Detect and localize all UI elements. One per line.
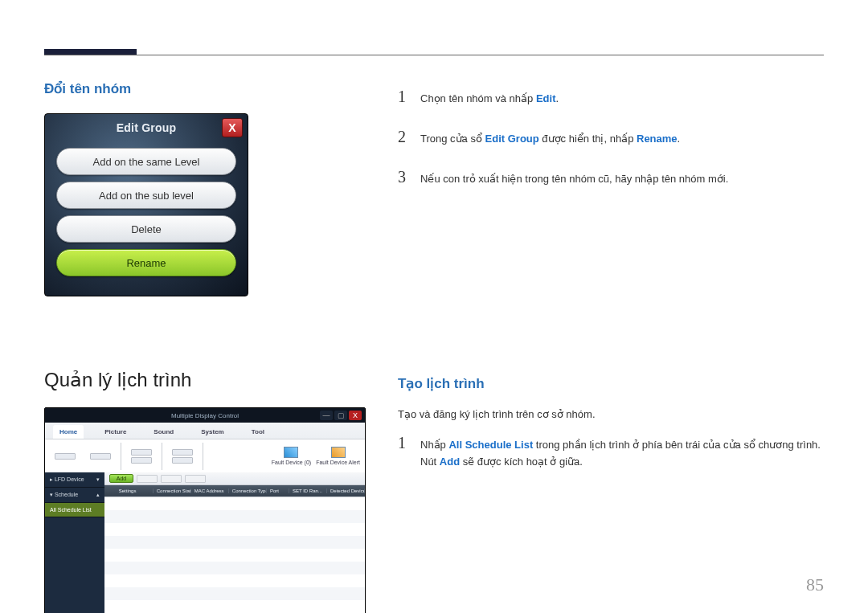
close-icon: X xyxy=(228,121,236,134)
keyword-edit-group: Edit Group xyxy=(485,133,539,145)
step-3: 3 Nếu con trỏ xuất hiện trong tên nhóm c… xyxy=(398,164,824,190)
section-rename-group: Đổi tên nhóm Edit Group X Add on the sam… xyxy=(44,80,824,296)
mdc-sidebar: ▸ LFD Device ▾ ▾ Schedule ▴ All Schedule… xyxy=(45,472,104,613)
step-text: Nhấp All Schedule List trong phần lịch t… xyxy=(420,437,824,471)
dialog-body: Add on the same Level Add on the sub lev… xyxy=(56,148,236,276)
add-same-level-button[interactable]: Add on the same Level xyxy=(56,148,236,175)
slider-icon xyxy=(172,449,193,456)
slider-icon xyxy=(172,457,193,464)
dialog-title: Edit Group xyxy=(117,121,176,134)
separator xyxy=(121,443,121,470)
rename-button[interactable]: Rename xyxy=(56,249,236,276)
step-number: 1 xyxy=(398,84,407,109)
sidebar-item-schedule[interactable]: ▾ Schedule ▴ xyxy=(45,488,104,503)
left-column: Đổi tên nhóm Edit Group X Add on the sam… xyxy=(44,80,366,296)
keyword-add: Add xyxy=(440,456,460,468)
step-number: 3 xyxy=(398,164,407,190)
th-mac-address[interactable]: MAC Address xyxy=(191,488,229,493)
section-schedule-management: Quản lý lịch trình Multiple Display Cont… xyxy=(44,337,824,613)
table-body xyxy=(104,497,365,613)
tab-system[interactable]: System xyxy=(194,425,230,439)
mdc-center: Add Settings Connection Status MAC Addre… xyxy=(104,472,365,613)
left-column: Quản lý lịch trình Multiple Display Cont… xyxy=(44,337,366,613)
sidebar-item-all-schedule-list[interactable]: All Schedule List xyxy=(45,503,104,517)
step-text: Trong cửa sổ Edit Group được hiển thị, n… xyxy=(420,131,680,148)
mdc-titlebar: Multiple Display Control — ▢ X xyxy=(45,408,365,423)
add-button[interactable]: Add xyxy=(109,474,133,483)
tab-tool[interactable]: Tool xyxy=(245,425,271,439)
steps-list: 1 Chọn tên nhóm và nhấp Edit. 2 Trong cử… xyxy=(398,84,824,190)
ribbon-power-on[interactable] xyxy=(50,441,80,472)
close-button[interactable]: X xyxy=(349,411,362,420)
edit-group-dialog: Edit Group X Add on the same Level Add o… xyxy=(44,113,248,296)
heading-schedule-management: Quản lý lịch trình xyxy=(44,369,366,391)
ribbon-fault-device[interactable]: Fault Device (0) xyxy=(272,441,311,472)
mdc-window: Multiple Display Control — ▢ X Home Pict… xyxy=(44,407,366,613)
keyword-edit: Edit xyxy=(536,92,556,104)
steps-list: 1 Nhấp All Schedule List trong phần lịch… xyxy=(398,430,824,471)
heading-rename-group: Đổi tên nhóm xyxy=(44,80,366,97)
ribbon-fault-alert[interactable]: Fault Device Alert xyxy=(316,441,360,472)
step-1: 1 Nhấp All Schedule List trong phần lịch… xyxy=(398,430,824,471)
tab-picture[interactable]: Picture xyxy=(98,425,133,439)
ribbon-volume[interactable] xyxy=(167,441,198,472)
add-sub-level-button[interactable]: Add on the sub level xyxy=(56,182,236,209)
separator xyxy=(162,443,162,470)
dropdown-icon xyxy=(131,457,152,464)
right-column: Tạo lịch trình Tạo và đăng ký lịch trình… xyxy=(398,337,824,613)
ribbon-input[interactable] xyxy=(126,441,157,472)
table-header: Settings Connection Status MAC Address C… xyxy=(104,485,365,497)
step-number: 2 xyxy=(398,124,407,149)
th-detected-devices[interactable]: Detected Devices xyxy=(327,488,365,493)
th-set-id[interactable]: SET ID Ran... xyxy=(289,488,327,493)
sidebar-item-lfd-device[interactable]: ▸ LFD Device ▾ xyxy=(45,472,104,488)
page-content: Đổi tên nhóm Edit Group X Add on the sam… xyxy=(44,80,824,613)
chevron-up-icon: ▴ xyxy=(96,492,100,498)
step-2: 2 Trong cửa sổ Edit Group được hiển thị,… xyxy=(398,124,824,149)
th-connection-type[interactable]: Connection Type xyxy=(229,488,267,493)
right-column: 1 Chọn tên nhóm và nhấp Edit. 2 Trong cử… xyxy=(398,80,824,296)
tab-sound[interactable]: Sound xyxy=(147,425,180,439)
power-icon xyxy=(90,453,111,460)
keyword-rename: Rename xyxy=(637,133,678,145)
mdc-ribbon: Home Picture Sound System Tool xyxy=(45,423,365,472)
intro-text: Tạo và đăng ký lịch trình trên cơ sở nhó… xyxy=(398,408,824,420)
th-settings[interactable]: Settings xyxy=(116,488,154,493)
th-port[interactable]: Port xyxy=(267,488,289,493)
toolbar-button[interactable] xyxy=(161,475,182,483)
ribbon-body: Fault Device (0) Fault Device Alert xyxy=(45,439,365,472)
heading-create-schedule: Tạo lịch trình xyxy=(398,375,824,392)
th-connection-status[interactable]: Connection Status xyxy=(154,488,191,493)
horizontal-rule xyxy=(44,55,824,55)
mdc-toolbar: Add xyxy=(104,472,365,485)
dialog-titlebar: Edit Group X xyxy=(45,114,248,141)
step-text: Nếu con trỏ xuất hiện trong tên nhóm cũ,… xyxy=(420,171,728,188)
close-button[interactable]: X xyxy=(222,118,243,137)
separator xyxy=(203,443,203,470)
delete-button[interactable]: Delete xyxy=(56,215,236,243)
thumbnail-icon xyxy=(284,447,298,458)
accent-bar xyxy=(44,49,137,55)
toolbar-button[interactable] xyxy=(137,475,158,483)
mdc-main: ▸ LFD Device ▾ ▾ Schedule ▴ All Schedule… xyxy=(45,472,365,613)
ribbon-power-off[interactable] xyxy=(85,441,116,472)
power-icon xyxy=(55,453,76,460)
mdc-tabs: Home Picture Sound System Tool xyxy=(45,423,365,439)
dropdown-icon xyxy=(131,449,152,456)
step-number: 1 xyxy=(398,430,407,456)
window-controls: — ▢ X xyxy=(320,411,362,420)
mdc-title: Multiple Display Control xyxy=(45,412,365,419)
chevron-down-icon: ▾ xyxy=(96,476,100,483)
tab-home[interactable]: Home xyxy=(53,425,84,439)
toolbar-button[interactable] xyxy=(185,475,206,483)
step-1: 1 Chọn tên nhóm và nhấp Edit. xyxy=(398,84,824,109)
keyword-all-schedule-list: All Schedule List xyxy=(448,439,533,451)
minimize-button[interactable]: — xyxy=(320,411,333,420)
page-number: 85 xyxy=(806,574,824,595)
step-text: Chọn tên nhóm và nhấp Edit. xyxy=(420,91,559,108)
maximize-button[interactable]: ▢ xyxy=(334,411,347,420)
thumbnail-icon xyxy=(331,447,346,458)
